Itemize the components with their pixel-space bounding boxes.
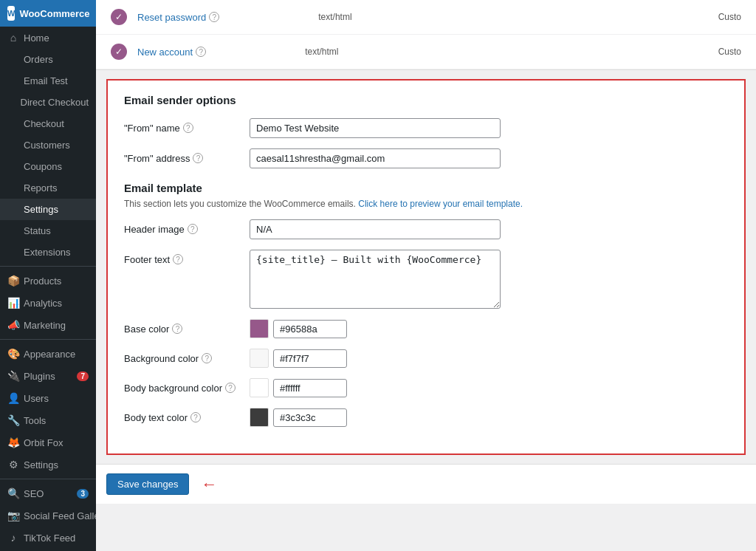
sidebar-item-email-test[interactable]: Email Test (0, 70, 96, 92)
reset-password-name[interactable]: Reset password ? (137, 12, 219, 23)
new-account-extra: Custo (718, 47, 741, 57)
reset-password-type: text/html (318, 12, 351, 22)
sidebar-item-marketing[interactable]: 📣 Marketing (0, 314, 96, 336)
body-text-color-help-icon[interactable]: ? (190, 412, 201, 422)
sidebar-label-extensions: Extensions (24, 247, 71, 258)
base-color-field[interactable] (273, 320, 347, 338)
marketing-icon: 📣 (7, 319, 19, 331)
sidebar-item-checkout[interactable]: Checkout (0, 113, 96, 134)
sidebar-item-settings[interactable]: Settings (0, 199, 96, 220)
sidebar-item-direct-checkout[interactable]: Direct Checkout (0, 92, 96, 113)
sidebar-label-coupons: Coupons (24, 161, 62, 172)
tiktok-icon: ♪ (7, 532, 19, 544)
sidebar-item-products[interactable]: 📦 Products (0, 270, 96, 292)
body-text-color-swatch[interactable] (250, 408, 269, 427)
appearance-icon: 🎨 (7, 348, 19, 360)
from-address-label: "From" address ? (124, 148, 242, 164)
sidebar-label-checkout: Checkout (24, 118, 64, 129)
bg-color-swatch[interactable] (250, 349, 269, 368)
sidebar-item-tiktok[interactable]: ♪ TikTok Feed (0, 527, 96, 549)
body-bg-color-input-group (250, 378, 347, 397)
header-image-row: Header image ? (124, 219, 728, 239)
from-name-label: "From" name ? (124, 118, 242, 134)
sidebar-item-settings2[interactable]: ⚙ Settings (0, 454, 96, 476)
sidebar-item-plugins[interactable]: 🔌 Plugins 7 (0, 365, 96, 387)
save-changes-button[interactable]: Save changes (106, 473, 189, 495)
sidebar-item-appearance[interactable]: 🎨 Appearance (0, 343, 96, 365)
tools-icon: 🔧 (7, 414, 19, 426)
sidebar-label-orbit-fox: Orbit Fox (24, 437, 63, 448)
sidebar-label-settings: Settings (24, 204, 58, 215)
footer-text-textarea[interactable]: {site_title} — Built with {WooCommerce} (250, 250, 501, 309)
from-name-help-icon[interactable]: ? (183, 123, 193, 133)
sidebar-label-plugins: Plugins (24, 371, 55, 382)
body-bg-color-label: Body background color ? (124, 378, 242, 394)
sidebar: W WooCommerce ⌂ Home Orders Email Test D… (0, 0, 96, 551)
sidebar-item-users[interactable]: 👤 Users (0, 387, 96, 409)
footer-text-help-icon[interactable]: ? (173, 254, 183, 264)
body-text-color-row: Body text color ? (124, 408, 728, 427)
seo-icon: 🔍 (7, 487, 19, 499)
bg-color-row: Background color ? (124, 349, 728, 368)
base-color-help-icon[interactable]: ? (172, 324, 182, 334)
new-account-help-icon[interactable]: ? (196, 47, 206, 57)
sidebar-item-social-feed[interactable]: 📷 Social Feed Gallery (0, 504, 96, 527)
bg-color-help-icon[interactable]: ? (202, 353, 212, 363)
sidebar-item-orbit-fox[interactable]: 🦊 Orbit Fox (0, 431, 96, 454)
sidebar-label-analytics: Analytics (24, 298, 62, 309)
sidebar-label-tiktok: TikTok Feed (24, 533, 75, 544)
email-template-desc: This section lets you customize the WooC… (124, 199, 728, 209)
seo-badge: 3 (77, 489, 89, 499)
email-rows-section: ✓ Reset password ? text/html Custo ✓ New… (96, 0, 756, 70)
sidebar-item-home[interactable]: ⌂ Home (0, 27, 96, 49)
options-box-title: Email sender options (124, 94, 728, 106)
sidebar-item-orders[interactable]: Orders (0, 49, 96, 70)
sidebar-item-seo[interactable]: 🔍 SEO 3 (0, 482, 96, 504)
sidebar-item-status[interactable]: Status (0, 220, 96, 242)
sidebar-header[interactable]: W WooCommerce (0, 0, 96, 27)
divider-1 (0, 266, 96, 267)
sidebar-label-seo: SEO (24, 488, 44, 499)
body-bg-color-help-icon[interactable]: ? (225, 383, 236, 393)
sidebar-label-customers: Customers (24, 140, 70, 151)
sidebar-item-coupons[interactable]: Coupons (0, 156, 96, 177)
header-image-help-icon[interactable]: ? (188, 224, 198, 234)
body-bg-color-swatch[interactable] (250, 378, 269, 397)
sidebar-label-status: Status (24, 225, 51, 236)
email-sender-options-box: Email sender options "From" name ? "From… (106, 79, 746, 455)
sidebar-label-reports: Reports (24, 182, 58, 194)
sidebar-label-orders: Orders (24, 54, 53, 65)
plugins-badge: 7 (77, 372, 89, 381)
sidebar-label-marketing: Marketing (24, 320, 66, 331)
body-text-color-input-group (250, 408, 347, 427)
sidebar-item-reports[interactable]: Reports (0, 177, 96, 199)
body-text-color-field[interactable] (273, 408, 347, 427)
divider-2 (0, 339, 96, 340)
header-image-input[interactable] (250, 219, 501, 239)
home-icon: ⌂ (7, 32, 19, 44)
check-icon-reset: ✓ (111, 9, 127, 25)
orbit-fox-icon: 🦊 (7, 437, 19, 448)
base-color-swatch[interactable] (250, 319, 269, 338)
from-name-row: "From" name ? (124, 118, 728, 138)
sidebar-item-customers[interactable]: Customers (0, 134, 96, 156)
from-address-help-icon[interactable]: ? (193, 153, 203, 163)
new-account-name[interactable]: New account ? (137, 47, 206, 58)
main-content: ✓ Reset password ? text/html Custo ✓ New… (96, 0, 756, 551)
sidebar-item-tools[interactable]: 🔧 Tools (0, 409, 96, 431)
reset-password-extra: Custo (718, 12, 741, 22)
body-bg-color-row: Body background color ? (124, 378, 728, 397)
footer-text-label: Footer text ? (124, 250, 242, 265)
preview-template-link[interactable]: Click here to preview your email templat… (358, 199, 523, 209)
reset-password-help-icon[interactable]: ? (209, 12, 219, 22)
sidebar-label-products: Products (24, 276, 61, 287)
base-color-label: Base color ? (124, 319, 242, 335)
sidebar-item-analytics[interactable]: 📊 Analytics (0, 292, 96, 314)
from-name-input[interactable] (250, 118, 501, 138)
sidebar-item-extensions[interactable]: Extensions (0, 242, 96, 263)
bg-color-field[interactable] (273, 349, 347, 368)
sidebar-label-tools: Tools (24, 415, 46, 426)
body-bg-color-field[interactable] (273, 379, 347, 397)
from-address-input[interactable] (250, 148, 501, 168)
products-icon: 📦 (7, 275, 19, 287)
